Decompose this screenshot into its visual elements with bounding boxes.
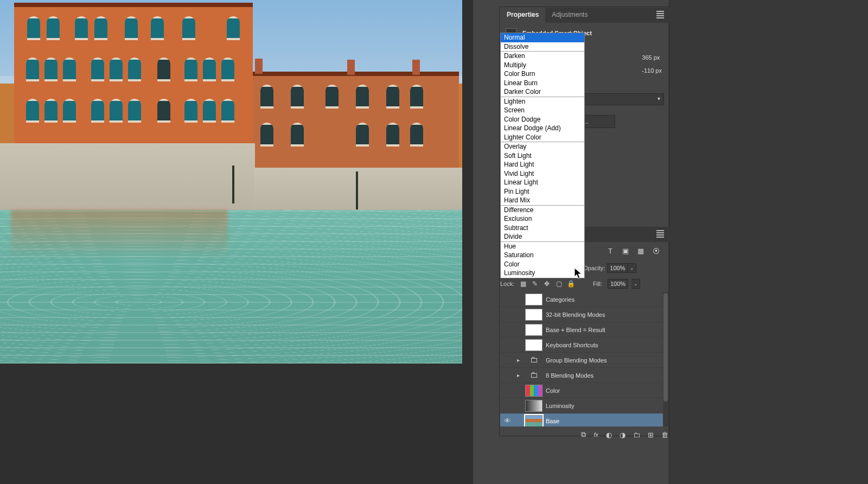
chimney: [412, 60, 420, 75]
layer-visibility-toggle[interactable]: 👁: [500, 417, 514, 425]
lock-all-icon[interactable]: 🔒: [566, 279, 575, 288]
waterfront-stone: [254, 163, 462, 212]
window: [386, 85, 399, 109]
layer-row[interactable]: 👁Base: [500, 413, 663, 426]
layer-thumbnail[interactable]: [525, 324, 542, 336]
layer-name[interactable]: Group Blending Modes: [546, 357, 661, 364]
fx-icon[interactable]: fx: [593, 431, 598, 438]
window: [260, 85, 273, 109]
window: [44, 58, 58, 81]
layers-list[interactable]: Categories32-bit Blending ModesBase + Bl…: [500, 292, 663, 426]
blend-mode-option[interactable]: Vivid Light: [501, 169, 584, 179]
layer-thumbnail[interactable]: [525, 385, 542, 397]
window: [110, 99, 123, 123]
window: [128, 99, 141, 123]
layer-name[interactable]: Color: [546, 387, 661, 394]
layer-thumbnail[interactable]: [525, 294, 542, 305]
layer-thumbnail[interactable]: [525, 309, 542, 321]
layer-name[interactable]: Luminosity: [546, 403, 661, 409]
layers-scrollbar[interactable]: [663, 292, 668, 426]
layers-scrollbar-thumb[interactable]: [663, 293, 668, 402]
tab-adjustments[interactable]: Adjustments: [545, 8, 594, 23]
layer-thumbnail[interactable]: [525, 339, 542, 351]
layer-thumbnail[interactable]: [525, 415, 542, 427]
blend-mode-option[interactable]: Screen: [501, 106, 584, 115]
group-disclosure-icon[interactable]: ▸: [514, 372, 522, 378]
blend-mode-option[interactable]: Linear Burn: [501, 79, 584, 88]
adjustment-layer-icon[interactable]: ◑: [620, 431, 626, 439]
fill-input[interactable]: 100%: [608, 279, 628, 289]
blend-mode-option[interactable]: Darken: [501, 52, 584, 61]
layer-thumbnail[interactable]: [525, 400, 542, 412]
blend-mode-option[interactable]: Normal: [501, 33, 584, 42]
window: [203, 99, 216, 123]
layer-name[interactable]: Base: [546, 418, 661, 424]
layer-mask-icon[interactable]: ◐: [606, 431, 612, 439]
blend-mode-option[interactable]: Hard Light: [501, 160, 584, 169]
lock-transparency-icon[interactable]: ▦: [519, 279, 527, 288]
layer-name[interactable]: Base + Blend = Result: [546, 327, 661, 333]
window: [221, 99, 234, 123]
tab-properties[interactable]: Properties: [500, 8, 545, 23]
layer-name[interactable]: 8 Blending Modes: [546, 372, 661, 379]
lock-artboard-icon[interactable]: ▢: [554, 279, 563, 288]
filter-toggle-icon[interactable]: ⦿: [651, 246, 661, 256]
blend-mode-option[interactable]: Subtract: [501, 224, 584, 233]
blend-mode-option[interactable]: Hue: [501, 242, 584, 251]
blend-mode-option[interactable]: Luminosity: [501, 269, 584, 278]
group-disclosure-icon[interactable]: ▸: [514, 357, 522, 363]
window: [227, 16, 240, 40]
blend-mode-option[interactable]: Linear Dodge (Add): [501, 124, 584, 133]
filter-type-text-icon[interactable]: T: [605, 246, 615, 256]
blend-mode-option[interactable]: Soft Light: [501, 151, 584, 161]
blend-mode-option[interactable]: Hard Mix: [501, 196, 584, 205]
blend-mode-option[interactable]: Exclusion: [501, 214, 584, 224]
opacity-label: Opacity:: [583, 265, 605, 271]
blend-mode-option[interactable]: Pin Light: [501, 187, 584, 196]
blend-mode-option[interactable]: Difference: [501, 206, 584, 215]
layer-row[interactable]: Keyboard Shortcuts: [500, 337, 663, 353]
blend-mode-option[interactable]: Lighten: [501, 97, 584, 106]
delete-layer-icon[interactable]: 🗑: [661, 431, 668, 439]
blend-mode-option[interactable]: Overlay: [501, 142, 584, 151]
filter-type-shape-icon[interactable]: ▣: [621, 246, 630, 256]
fill-stepper[interactable]: ⌄: [631, 279, 640, 289]
window: [26, 58, 39, 81]
lock-position-icon[interactable]: ✥: [542, 279, 551, 288]
blend-mode-option[interactable]: Color Burn: [501, 69, 584, 79]
blend-mode-option[interactable]: Darker Color: [501, 87, 584, 97]
blend-mode-option[interactable]: Lighter Color: [501, 133, 584, 142]
document-canvas[interactable]: [0, 0, 462, 364]
layer-row[interactable]: ▸🗀8 Blending Modes: [500, 368, 663, 383]
opacity-stepper[interactable]: ⌄: [628, 263, 636, 273]
lamppost: [356, 171, 358, 209]
layer-row[interactable]: ▸🗀Group Blending Modes: [500, 353, 663, 368]
layer-row[interactable]: Categories: [500, 292, 663, 307]
layer-name[interactable]: 32-bit Blending Modes: [546, 311, 661, 318]
blend-mode-option[interactable]: Color: [501, 260, 584, 269]
link-layers-icon[interactable]: ⧉: [581, 430, 586, 439]
layer-row[interactable]: Luminosity: [500, 398, 663, 413]
new-layer-icon[interactable]: ⊞: [648, 431, 654, 439]
filter-type-smart-icon[interactable]: ▦: [636, 246, 646, 256]
blend-mode-option[interactable]: Linear Light: [501, 178, 584, 187]
layer-row[interactable]: 32-bit Blending Modes: [500, 307, 663, 322]
window: [125, 16, 138, 40]
blend-mode-option[interactable]: Dissolve: [501, 42, 584, 52]
blend-mode-option[interactable]: Divide: [501, 232, 584, 241]
layers-panel-menu[interactable]: [651, 227, 669, 242]
lock-pixels-icon[interactable]: ✎: [531, 279, 539, 288]
blend-mode-option[interactable]: Color Dodge: [501, 115, 584, 124]
layer-row[interactable]: Color: [500, 383, 663, 398]
opacity-input[interactable]: 100%: [607, 263, 628, 273]
layer-row[interactable]: Base + Blend = Result: [500, 322, 663, 337]
blend-mode-popup[interactable]: NormalDissolveDarkenMultiplyColor BurnLi…: [500, 33, 585, 278]
properties-panel-menu[interactable]: [651, 8, 669, 23]
layer-name[interactable]: Keyboard Shortcuts: [546, 342, 661, 348]
chimney: [255, 59, 263, 74]
blend-mode-option[interactable]: Multiply: [501, 61, 584, 70]
layer-name[interactable]: Categories: [546, 296, 661, 303]
canvas-scrollbar-vertical[interactable]: [462, 0, 473, 484]
new-group-icon[interactable]: 🗀: [633, 431, 640, 439]
blend-mode-option[interactable]: Saturation: [501, 251, 584, 260]
